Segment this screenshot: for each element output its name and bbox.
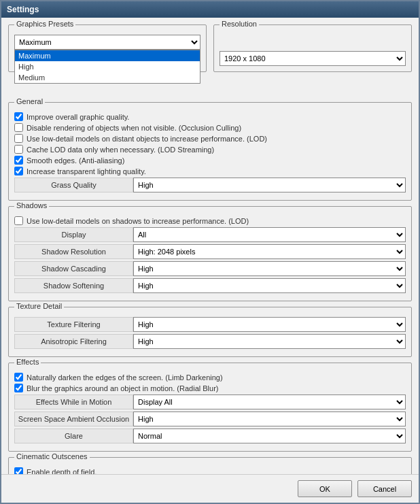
effects-group: Effects Naturally darken the edges of th… <box>8 363 412 452</box>
glare-select[interactable]: Normal High Low <box>133 429 406 443</box>
ok-button[interactable]: OK <box>298 480 352 497</box>
general-check-1[interactable] <box>14 123 23 132</box>
graphics-presets-select[interactable]: Maximum High Medium <box>14 35 200 50</box>
general-label: General <box>14 97 45 105</box>
effects-check-0-label: Naturally darken the edges of the screen… <box>27 373 223 382</box>
ssao-label: Screen Space Ambient Occlusion <box>14 411 133 426</box>
general-check-5[interactable] <box>14 167 23 175</box>
texture-detail-group: Texture Detail Texture Filtering High Me… <box>8 307 412 357</box>
effects-check-1-label: Blur the graphics around an object in mo… <box>27 384 218 392</box>
general-checkbox-4: Smooth edges. (Anti-aliasing) <box>14 156 406 165</box>
general-check-3-label: Cache LOD data only when necessary. (LOD… <box>27 146 214 154</box>
preset-option-maximum[interactable]: Maximum <box>15 50 200 61</box>
ssao-select[interactable]: High Medium Low <box>133 411 406 426</box>
shadow-cascading-row: Shadow Cascading High Medium Low <box>14 261 406 276</box>
effects-checkbox-1: Blur the graphics around an object in mo… <box>14 384 406 392</box>
cancel-button[interactable]: Cancel <box>357 480 412 497</box>
general-check-3[interactable] <box>14 145 23 154</box>
general-check-0[interactable] <box>14 112 23 121</box>
general-checkbox-2: Use low-detail models on distant objects… <box>14 134 406 143</box>
cinematic-group: Cinematic Outscenes Enable depth of fiel… <box>8 457 412 474</box>
general-check-4[interactable] <box>14 156 23 165</box>
display-select[interactable]: All High Medium Low <box>133 227 406 242</box>
texture-filtering-select[interactable]: High Medium Low <box>133 317 406 332</box>
grass-quality-label: Grass Quality <box>14 178 133 192</box>
anisotropic-filtering-label: Anisotropic Filtering <box>14 334 133 349</box>
general-checkbox-3: Cache LOD data only when necessary. (LOD… <box>14 145 406 154</box>
general-check-1-label: Disable rendering of objects when not vi… <box>27 124 241 132</box>
effects-check-1[interactable] <box>14 384 23 392</box>
general-checkbox-5: Increase transparent lighting quality. <box>14 167 406 175</box>
anisotropic-filtering-select[interactable]: High Medium Low <box>133 334 406 349</box>
cinematic-checkbox: Enable depth of field. <box>14 467 406 474</box>
shadows-label: Shadows <box>14 201 49 209</box>
preset-option-medium[interactable]: Medium <box>15 72 200 83</box>
display-row: Display All High Medium Low <box>14 227 406 242</box>
glare-row: Glare Normal High Low <box>14 429 406 443</box>
effects-label: Effects <box>14 358 41 366</box>
shadows-group: Shadows Use low-detail models on shadows… <box>8 206 412 301</box>
general-check-2[interactable] <box>14 134 23 143</box>
shadow-cascading-select[interactable]: High Medium Low <box>133 261 406 276</box>
shadow-resolution-row: Shadow Resolution High: 2048 pixels Medi… <box>14 244 406 259</box>
shadows-lod-check[interactable] <box>14 216 23 225</box>
shadow-softening-row: Shadow Softening High Medium Low <box>14 278 406 293</box>
anisotropic-filtering-row: Anisotropic Filtering High Medium Low <box>14 334 406 349</box>
grass-quality-select[interactable]: High Medium Low <box>133 178 406 192</box>
general-check-0-label: Improve overall graphic quality. <box>27 113 129 121</box>
effects-while-motion-row: Effects While in Motion Display All Disp… <box>14 394 406 409</box>
graphics-presets-group: Graphics Presets Maximum High Medium Max… <box>8 24 207 72</box>
resolution-label: Resolution <box>220 20 259 28</box>
shadows-lod-checkbox: Use low-detail models on shadows to incr… <box>14 216 406 225</box>
general-check-2-label: Use low-detail models on distant objects… <box>27 135 267 143</box>
glare-label: Glare <box>14 429 133 443</box>
presets-dropdown-open: Maximum High Medium <box>14 50 200 84</box>
shadow-resolution-label: Shadow Resolution <box>14 244 133 259</box>
effects-while-motion-select[interactable]: Display All Display Some Display None <box>133 394 406 409</box>
grass-quality-row: Grass Quality High Medium Low <box>14 178 406 192</box>
general-checkbox-0: Improve overall graphic quality. <box>14 112 406 121</box>
bottom-buttons: OK Cancel <box>1 474 419 503</box>
resolution-group: Resolution 1920 x 1080 1280 x 720 1024 x… <box>213 24 412 72</box>
ssao-row: Screen Space Ambient Occlusion High Medi… <box>14 411 406 426</box>
general-check-4-label: Smooth edges. (Anti-aliasing) <box>27 156 124 165</box>
graphics-presets-label: Graphics Presets <box>14 20 75 28</box>
effects-check-0[interactable] <box>14 373 23 382</box>
main-content: Graphics Presets Maximum High Medium Max… <box>1 18 419 474</box>
texture-filtering-label: Texture Filtering <box>14 317 133 332</box>
display-label: Display <box>14 227 133 242</box>
general-check-5-label: Increase transparent lighting quality. <box>27 167 146 175</box>
cinematic-label: Cinematic Outscenes <box>14 452 90 460</box>
window-title: Settings <box>7 5 39 14</box>
shadow-softening-label: Shadow Softening <box>14 278 133 293</box>
shadow-cascading-label: Shadow Cascading <box>14 261 133 276</box>
shadow-resolution-select[interactable]: High: 2048 pixels Medium: 1024 pixels Lo… <box>133 244 406 259</box>
shadows-lod-label: Use low-detail models on shadows to incr… <box>27 217 249 225</box>
effects-while-motion-label: Effects While in Motion <box>14 394 133 409</box>
texture-detail-label: Texture Detail <box>14 302 64 310</box>
shadow-softening-select[interactable]: High Medium Low <box>133 278 406 293</box>
cinematic-check-label: Enable depth of field. <box>27 468 97 475</box>
settings-window: Settings Graphics Presets Maximum High M… <box>0 0 420 504</box>
general-checkbox-1: Disable rendering of objects when not vi… <box>14 123 406 132</box>
preset-option-high[interactable]: High <box>15 61 200 72</box>
texture-filtering-row: Texture Filtering High Medium Low <box>14 317 406 332</box>
resolution-select[interactable]: 1920 x 1080 1280 x 720 1024 x 768 <box>220 51 406 66</box>
cinematic-check[interactable] <box>14 467 23 474</box>
effects-checkbox-0: Naturally darken the edges of the screen… <box>14 373 406 382</box>
general-group: General Improve overall graphic quality.… <box>8 102 412 201</box>
titlebar: Settings <box>1 1 419 18</box>
top-section: Graphics Presets Maximum High Medium Max… <box>8 24 412 78</box>
